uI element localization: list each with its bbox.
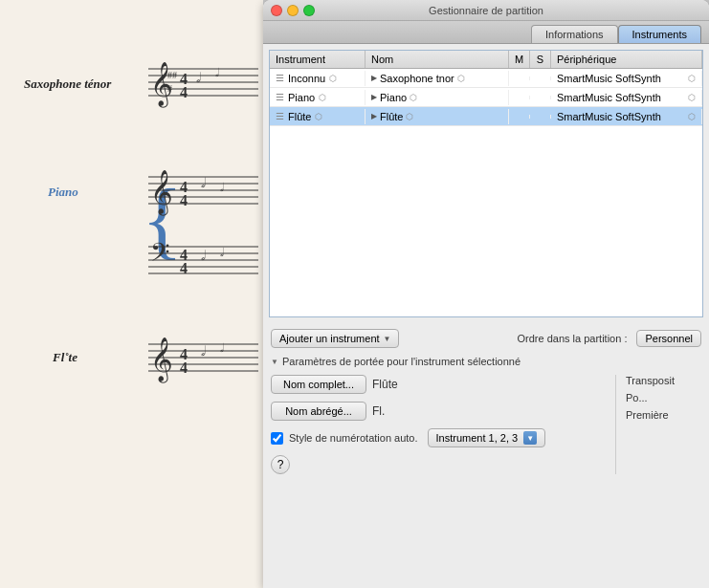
select-arrow-icon: ▼ [523,431,537,445]
music-notation-svg: 𝄞 4 4 𝅗𝅥 𝅗𝅥 ## # Saxophone ténor { 𝄞 4 4… [0,0,263,588]
nom-complet-row: Nom complet... Flûte [271,375,600,394]
row1-s [530,76,551,80]
svg-text:𝅗𝅥: 𝅗𝅥 [201,177,206,188]
param-section-header: ▼ Paramètres de portée pour l'instrument… [271,356,701,367]
nom-abrege-button[interactable]: Nom abrégé... [271,402,366,421]
row3-instrument: ☰ Flûte ⬡ [270,109,366,124]
maximize-button[interactable] [303,5,315,16]
play-icon: ▶ [371,74,377,82]
row2-nom: ▶ Piano ⬡ [366,90,509,105]
title-bar: Gestionnaire de partition [263,0,709,21]
close-button[interactable] [271,5,282,16]
svg-text:4: 4 [180,359,188,376]
numerotation-row: Style de numérotation auto. Instrument 1… [271,428,600,447]
svg-text:4: 4 [180,192,188,208]
col-peripherique: Périphérique [551,51,702,68]
svg-text:#: # [167,83,172,94]
col-nom: Nom [366,51,509,68]
numerotation-label: Style de numérotation auto. [289,432,418,444]
svg-text:𝅗𝅥: 𝅗𝅥 [196,72,201,83]
numerotation-select[interactable]: Instrument 1, 2, 3 ▼ [428,428,546,447]
saxophone-label: Saxophone ténor [24,76,112,91]
svg-text:𝄞: 𝄞 [150,338,173,383]
table-row[interactable]: ☰ Piano ⬡ ▶ Piano ⬡ SmartMusic SoftSynth… [270,88,702,107]
dropdown-arrow-icon: ▼ [384,335,391,343]
row3-m [509,115,530,119]
col-s: S [530,51,551,68]
col-instrument: Instrument [270,51,366,68]
bottom-panel: Ajouter un instrument ▼ Ordre dans la pa… [263,323,709,480]
order-select[interactable]: Personnel [636,330,701,347]
svg-text:𝄢: 𝄢 [150,238,170,272]
stepper-icon[interactable]: ⬡ [315,112,322,121]
row2-s [530,96,551,99]
svg-text:4: 4 [180,260,188,276]
stepper-icon[interactable]: ⬡ [329,74,337,83]
play-icon: ▶ [371,112,377,120]
table-row[interactable]: ☰ Inconnu ⬡ ▶ Saxophone tnor ⬡ SmartMusi… [270,69,702,88]
row1-m [509,76,530,80]
form-right: Transposit Po... Première [615,375,701,474]
play-icon: ▶ [371,93,377,101]
svg-text:𝄞: 𝄞 [150,170,173,216]
transposit-title: Transposit [626,375,701,386]
form-area: Nom complet... Flûte Nom abrégé... Fl. S… [271,375,701,474]
tab-instruments[interactable]: Instruments [618,25,701,43]
order-label: Ordre dans la partition : [518,333,628,344]
nom-complet-value: Flûte [372,378,398,391]
instruments-table: Instrument Nom M S Périphérique ☰ Inconn… [269,50,703,317]
row3-s [530,115,551,119]
add-instrument-button[interactable]: Ajouter un instrument ▼ [271,329,399,348]
svg-text:𝅗𝅥: 𝅗𝅥 [201,250,206,261]
numerotation-checkbox[interactable] [271,432,283,445]
piano-label: Piano [48,185,78,199]
periph-stepper-icon[interactable]: ⬡ [688,112,696,121]
window-buttons [271,5,315,16]
help-button[interactable]: ? [271,455,290,474]
drag-handle-icon: ☰ [276,73,284,83]
music-area: 𝄞 4 4 𝅗𝅥 𝅗𝅥 ## # Saxophone ténor { 𝄞 4 4… [0,0,263,588]
row2-m [509,96,530,99]
stepper2-icon[interactable]: ⬡ [410,93,417,102]
stepper2-icon[interactable]: ⬡ [457,74,465,83]
row1-peripherique: SmartMusic SoftSynth ⬡ [551,71,702,86]
nom-abrege-row: Nom abrégé... Fl. [271,402,600,421]
window-title: Gestionnaire de partition [429,5,543,16]
triangle-icon: ▼ [271,358,278,366]
row3-nom: ▶ Flûte ⬡ [366,109,509,124]
stepper-icon[interactable]: ⬡ [319,93,326,102]
row2-peripherique: SmartMusic SoftSynth ⬡ [551,90,702,105]
stepper2-icon[interactable]: ⬡ [406,112,413,121]
portee-title: Po... [626,392,701,403]
drag-handle-icon: ☰ [276,111,284,121]
premiere-title: Première [626,409,701,421]
row3-peripherique: SmartMusic SoftSynth ⬡ [551,109,702,124]
minimize-button[interactable] [287,5,299,16]
nom-abrege-value: Fl. [372,404,385,418]
row1-nom: ▶ Saxophone tnor ⬡ [366,71,509,86]
nom-complet-button[interactable]: Nom complet... [271,375,366,394]
flute-label: Fl˚te [52,350,78,364]
tab-bar: Informations Instruments [263,21,709,44]
form-left: Nom complet... Flûte Nom abrégé... Fl. S… [271,375,600,474]
window-panel: Gestionnaire de partition Informations I… [263,0,709,588]
drag-handle-icon: ☰ [276,92,284,102]
periph-stepper-icon[interactable]: ⬡ [688,93,696,102]
row2-instrument: ☰ Piano ⬡ [270,90,366,105]
svg-text:##: ## [167,70,177,80]
periph-stepper-icon[interactable]: ⬡ [688,74,696,83]
tab-informations[interactable]: Informations [531,25,618,43]
toolbar-row: Ajouter un instrument ▼ Ordre dans la pa… [271,329,701,348]
svg-text:4: 4 [180,84,188,100]
row1-instrument: ☰ Inconnu ⬡ [270,71,366,86]
svg-text:𝅗𝅥: 𝅗𝅥 [220,247,224,257]
table-row[interactable]: ☰ Flûte ⬡ ▶ Flûte ⬡ SmartMusic SoftSynth… [270,107,702,126]
col-m: M [509,51,530,68]
table-header: Instrument Nom M S Périphérique [270,51,702,69]
